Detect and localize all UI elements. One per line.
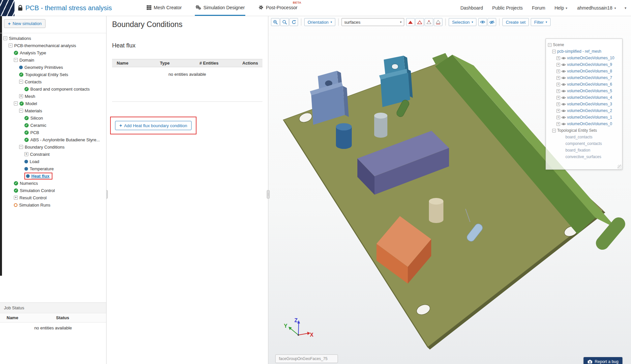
- eye-icon[interactable]: [561, 123, 566, 126]
- expander-plus-icon[interactable]: +: [14, 196, 18, 200]
- scene-item-label[interactable]: board_fixation: [565, 148, 590, 153]
- scene-item-scene[interactable]: −Scene: [546, 42, 622, 48]
- tree-item-label[interactable]: Contacts: [25, 79, 42, 84]
- clip-plane-button-4[interactable]: [434, 18, 442, 26]
- expander-minus-icon[interactable]: −: [3, 36, 7, 40]
- scene-item-volumeongeovolumes-9[interactable]: +volumeOnGeoVolumes_9: [546, 61, 622, 68]
- component-capacitor-tan[interactable]: [429, 198, 443, 223]
- tree-item-label[interactable]: Constraint: [30, 152, 49, 157]
- tree-item-label[interactable]: Simulation Control: [20, 188, 55, 193]
- scene-item-volumeongeovolumes-10[interactable]: +volumeOnGeoVolumes_10: [546, 55, 622, 61]
- tree-item-board-and-component-contacts[interactable]: ✓Board and component contacts: [0, 85, 106, 93]
- tree-item-label[interactable]: Load: [30, 159, 39, 164]
- expander-plus-icon[interactable]: +: [556, 70, 560, 73]
- tree-item-silicon[interactable]: ✓Silicon: [0, 114, 106, 122]
- tree-item-label[interactable]: Analysis Type: [20, 50, 46, 55]
- expander-plus-icon[interactable]: +: [556, 56, 560, 60]
- expander-minus-icon[interactable]: −: [19, 109, 23, 113]
- scene-item-label[interactable]: volumeOnGeoVolumes_3: [567, 102, 612, 106]
- tab-simulation-designer[interactable]: Simulation Designer: [195, 0, 245, 16]
- scene-item-volumeongeovolumes-1[interactable]: +volumeOnGeoVolumes_1: [546, 114, 622, 121]
- expander-plus-icon[interactable]: +: [556, 96, 560, 99]
- tree-item-boundary-conditions[interactable]: −Boundary Conditions: [0, 143, 106, 151]
- tree-item-contacts[interactable]: −Contacts: [0, 78, 106, 85]
- expander-minus-icon[interactable]: −: [548, 43, 552, 47]
- expander-minus-icon[interactable]: −: [14, 58, 18, 62]
- tree-item-model[interactable]: −✓Model: [0, 100, 106, 107]
- scene-item-label[interactable]: volumeOnGeoVolumes_5: [567, 89, 612, 93]
- add-heat-flux-button[interactable]: + Add Heat flux boundary condition: [115, 121, 192, 130]
- selection-dropdown[interactable]: Selection ▾: [449, 18, 476, 26]
- tree-item-simulation-runs[interactable]: Simulation Runs: [0, 201, 106, 209]
- clip-plane-button-2[interactable]: [415, 18, 424, 26]
- scene-item-label[interactable]: volumeOnGeoVolumes_9: [567, 62, 612, 67]
- eye-icon[interactable]: [561, 57, 566, 60]
- tree-item-label[interactable]: Numerics: [20, 181, 38, 186]
- tree-item-temperature[interactable]: Temperature: [0, 165, 106, 172]
- tree-item-domain[interactable]: −Domain: [0, 56, 106, 64]
- reset-view-button[interactable]: [289, 18, 298, 26]
- scene-item-label[interactable]: component_contacts: [565, 141, 602, 146]
- orientation-dropdown[interactable]: Orientation ▾: [304, 18, 335, 26]
- expander-plus-icon[interactable]: +: [556, 109, 560, 113]
- tree-item-materials[interactable]: −Materials: [0, 107, 106, 114]
- show-all-button[interactable]: [478, 18, 487, 26]
- tree-item-heat-flux[interactable]: Heat flux: [0, 172, 106, 180]
- chevron-down-icon[interactable]: ▾: [624, 0, 626, 16]
- hide-selected-button[interactable]: [488, 18, 496, 26]
- tree-item-pcb[interactable]: ✓PCB: [0, 129, 106, 136]
- expander-plus-icon[interactable]: +: [556, 122, 560, 126]
- expander-plus-icon[interactable]: +: [556, 83, 560, 86]
- scene-item-volumeongeovolumes-6[interactable]: +volumeOnGeoVolumes_6: [546, 81, 622, 88]
- filter-dropdown[interactable]: Filter ▾: [531, 18, 550, 26]
- scene-item-label[interactable]: volumeOnGeoVolumes_4: [567, 95, 612, 100]
- scene-item-label[interactable]: convective_surfaces: [565, 154, 601, 159]
- scene-item-volumeongeovolumes-5[interactable]: +volumeOnGeoVolumes_5: [546, 88, 622, 94]
- zoom-fit-button[interactable]: [280, 18, 289, 26]
- eye-icon[interactable]: [561, 109, 566, 112]
- expander-minus-icon[interactable]: −: [19, 145, 23, 149]
- eye-icon[interactable]: [561, 96, 566, 99]
- tree-item-label[interactable]: Topological Entity Sets: [25, 72, 68, 77]
- eye-icon[interactable]: [561, 116, 566, 119]
- tree-item-label[interactable]: ABS - Acrylonitrile Butadiene Styre...: [30, 137, 100, 142]
- expander-plus-icon[interactable]: +: [556, 76, 560, 80]
- help-menu[interactable]: Help▾: [555, 5, 567, 11]
- scene-item-board-fixation[interactable]: board_fixation: [546, 147, 622, 154]
- tree-item-label[interactable]: Domain: [19, 58, 34, 63]
- tree-item-result-control[interactable]: +Result Control: [0, 194, 106, 201]
- scene-item-volumeongeovolumes-3[interactable]: +volumeOnGeoVolumes_3: [546, 101, 622, 107]
- clip-plane-button-1[interactable]: [406, 18, 415, 26]
- eye-icon[interactable]: [561, 63, 566, 66]
- tree-item-simulation-control[interactable]: ✓Simulation Control: [0, 187, 106, 194]
- resize-grip[interactable]: [617, 165, 622, 169]
- tree-item-label[interactable]: Heat flux: [31, 174, 49, 179]
- scene-item-label[interactable]: board_contacts: [565, 135, 592, 139]
- scene-item-label[interactable]: Scene: [553, 42, 564, 47]
- panel-collapse-handle[interactable]: ⋮: [267, 190, 270, 199]
- scene-item-volumeongeovolumes-0[interactable]: +volumeOnGeoVolumes_0: [546, 121, 622, 127]
- component-capacitor-dark-blue[interactable]: [336, 123, 352, 149]
- scene-tree-panel[interactable]: −Scene−pcb-simplified - ref_mesh+volumeO…: [546, 39, 622, 170]
- expander-plus-icon[interactable]: +: [19, 94, 23, 98]
- tree-item-pcb-thermomechanical-analysis[interactable]: −PCB-thermomechanical analysis: [0, 42, 106, 49]
- 3d-viewport[interactable]: Orientation ▾ surfaces ▾ Selection ▾: [268, 16, 631, 364]
- user-menu[interactable]: ahmedhussain18 ▾: [577, 0, 616, 16]
- component-bracket-teal[interactable]: [379, 56, 413, 107]
- scene-item-label[interactable]: volumeOnGeoVolumes_10: [567, 56, 614, 60]
- tree-item-label[interactable]: PCB-thermomechanical analysis: [14, 43, 76, 48]
- scene-item-label[interactable]: volumeOnGeoVolumes_8: [567, 69, 612, 73]
- nav-link-forum[interactable]: Forum: [532, 5, 545, 11]
- expander-plus-icon[interactable]: +: [24, 152, 28, 156]
- scene-item-volumeongeovolumes-2[interactable]: +volumeOnGeoVolumes_2: [546, 107, 622, 114]
- scene-item-volumeongeovolumes-8[interactable]: +volumeOnGeoVolumes_8: [546, 68, 622, 74]
- app-logo[interactable]: [0, 0, 15, 16]
- scene-item-pcb-simplified-ref-mesh[interactable]: −pcb-simplified - ref_mesh: [546, 48, 622, 55]
- eye-icon[interactable]: [561, 76, 566, 79]
- scene-item-label[interactable]: pcb-simplified - ref_mesh: [557, 49, 601, 54]
- tree-item-simulations[interactable]: −Simulations: [0, 35, 106, 42]
- new-simulation-button[interactable]: + New simulation: [4, 19, 45, 28]
- report-bug-button[interactable]: Report a bug: [584, 357, 622, 364]
- zoom-in-button[interactable]: [271, 18, 280, 26]
- expander-minus-icon[interactable]: −: [552, 129, 556, 132]
